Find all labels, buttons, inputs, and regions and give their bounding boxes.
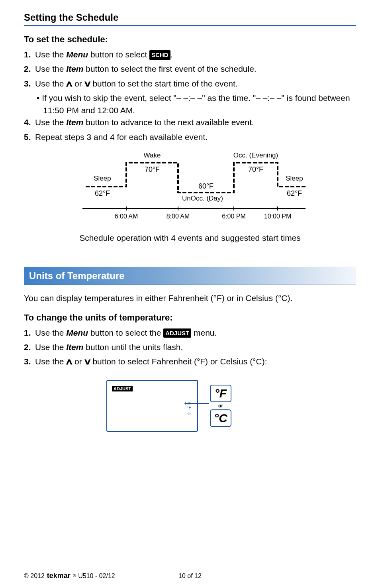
- schedule-diagram: 6:00 AM 8:00 AM 6:00 PM 10:00 PM Sleep 6…: [67, 149, 313, 243]
- chevron-down-icon: ∨: [83, 78, 92, 90]
- step-number: 1.: [24, 327, 35, 339]
- evt-temp: 62°F: [287, 189, 302, 197]
- evt-temp: 70°F: [248, 165, 263, 173]
- text: button to select: [88, 50, 149, 59]
- item-label: Item: [66, 342, 83, 352]
- text: button to set the start time of the even…: [90, 79, 238, 88]
- tick: 6:00 PM: [222, 213, 246, 220]
- section-title-schedule: Setting the Schedule: [24, 12, 356, 26]
- tick: 6:00 AM: [115, 213, 138, 220]
- reg-mark: ®: [73, 574, 76, 578]
- menu-label: Menu: [66, 50, 88, 59]
- text: Use the: [35, 79, 66, 88]
- text: Use the: [35, 328, 66, 337]
- step-body: Use the ∧ or ∨ button to select Fahrenhe…: [35, 356, 356, 368]
- evt: UnOcc. (Day): [182, 195, 223, 202]
- evt: Sleep: [286, 175, 303, 182]
- step-body: Use the Menu button to select SCHD.: [35, 49, 356, 61]
- text: button until the units flash.: [83, 342, 183, 352]
- tick: 10:00 PM: [264, 213, 291, 220]
- text: menu.: [191, 328, 217, 337]
- adjust-pill: ADJUST: [163, 328, 191, 338]
- units-diagram: ADJUST ☼ °F ☼ °F or °C: [106, 380, 274, 432]
- celsius-box: °C: [210, 409, 231, 427]
- step-number: 2.: [24, 63, 35, 75]
- step-body: Use the ∧ or ∨ button to set the start t…: [35, 78, 356, 90]
- lcd-adjust-pill: ADJUST: [112, 386, 133, 391]
- step-body: Use the Item button until the units flas…: [35, 341, 356, 353]
- evt: Wake: [144, 151, 161, 159]
- step-3: 3. Use the ∧ or ∨ button to set the star…: [24, 78, 356, 90]
- footer: © 2012 tekmar® U510 - 02/12 10 of 12: [24, 572, 356, 580]
- text: or: [72, 357, 84, 366]
- deg-c: °C: [214, 412, 227, 424]
- text: Use the: [35, 118, 66, 127]
- step-number: 1.: [24, 49, 35, 61]
- sun-icon: ☼: [186, 400, 192, 405]
- step-number: 5.: [24, 131, 35, 143]
- text: .: [170, 50, 173, 59]
- schedule-svg: 6:00 AM 8:00 AM 6:00 PM 10:00 PM Sleep 6…: [67, 149, 313, 224]
- evt: Occ. (Evening): [233, 151, 278, 159]
- text: or: [72, 79, 84, 88]
- lcd-box: ADJUST ☼ °F ☼: [106, 380, 198, 432]
- doc-id: U510 - 02/12: [78, 572, 115, 580]
- chevron-up-icon: ∧: [65, 78, 73, 90]
- text: button to advance to the next available …: [83, 118, 254, 127]
- units-step-1: 1. Use the Menu button to select the ADJ…: [24, 327, 356, 339]
- step-2: 2. Use the Item button to select the fir…: [24, 63, 356, 75]
- units-steps: 1. Use the Menu button to select the ADJ…: [24, 327, 356, 368]
- lcd-f-text: °F: [186, 405, 192, 410]
- schedule-caption: Schedule operation with 4 events and sug…: [67, 233, 313, 243]
- units-subtitle: To change the units of temperature:: [24, 313, 356, 323]
- lcd-f-indicator: ☼ °F ☼: [186, 400, 192, 416]
- sun-icon: ☼: [186, 410, 192, 416]
- text: Use the: [35, 342, 66, 352]
- brand: tekmar: [47, 572, 71, 580]
- text: button to select the first event of the …: [83, 64, 256, 73]
- item-label: Item: [66, 64, 83, 73]
- text: button to select the: [88, 328, 163, 337]
- tick: 8:00 AM: [166, 213, 190, 220]
- step-body: Use the Item button to advance to the ne…: [35, 116, 356, 128]
- step-number: 3.: [24, 356, 35, 368]
- page-number: 10 of 12: [178, 572, 202, 580]
- units-step-3: 3. Use the ∧ or ∨ button to select Fahre…: [24, 356, 356, 368]
- step-number: 2.: [24, 341, 35, 353]
- evt-temp: 70°F: [145, 165, 160, 173]
- chevron-up-icon: ∧: [65, 356, 73, 368]
- text: button to select Fahrenheit (°F) or Cels…: [90, 357, 267, 366]
- step-1: 1. Use the Menu button to select SCHD.: [24, 49, 356, 61]
- chevron-down-icon: ∨: [83, 356, 92, 368]
- schd-pill: SCHD: [149, 50, 170, 60]
- units-banner: Units of Temperature: [24, 267, 356, 285]
- schedule-steps-cont: 4. Use the Item button to advance to the…: [24, 116, 356, 143]
- deg-f: °F: [215, 387, 227, 399]
- fahrenheit-box: °F: [210, 385, 231, 402]
- or-text: or: [218, 403, 223, 409]
- step-body: Repeat steps 3 and 4 for each available …: [35, 131, 356, 143]
- unit-options: °F or °C: [210, 385, 231, 427]
- schedule-steps: 1. Use the Menu button to select SCHD. 2…: [24, 49, 356, 90]
- step-3-bullet: • If you wish to skip the event, select …: [43, 92, 356, 116]
- step-body: Use the Item button to select the first …: [35, 63, 356, 75]
- units-intro: You can display temperatures in either F…: [24, 292, 356, 304]
- step-5: 5. Repeat steps 3 and 4 for each availab…: [24, 131, 356, 143]
- text: Use the: [35, 64, 66, 73]
- copyright: © 2012: [24, 572, 45, 580]
- text: Use the: [35, 357, 66, 366]
- item-label: Item: [66, 118, 83, 127]
- step-number: 4.: [24, 116, 35, 128]
- step-4: 4. Use the Item button to advance to the…: [24, 116, 356, 128]
- arrow-icon: [185, 403, 209, 404]
- step-body: Use the Menu button to select the ADJUST…: [35, 327, 356, 339]
- evt: Sleep: [94, 175, 111, 182]
- units-step-2: 2. Use the Item button until the units f…: [24, 341, 356, 353]
- evt-temp: 60°F: [198, 182, 214, 190]
- schedule-subtitle: To set the schedule:: [24, 34, 356, 45]
- step-number: 3.: [24, 78, 35, 90]
- text: Use the: [35, 50, 66, 59]
- menu-label: Menu: [66, 328, 88, 337]
- evt-temp: 62°F: [95, 189, 110, 197]
